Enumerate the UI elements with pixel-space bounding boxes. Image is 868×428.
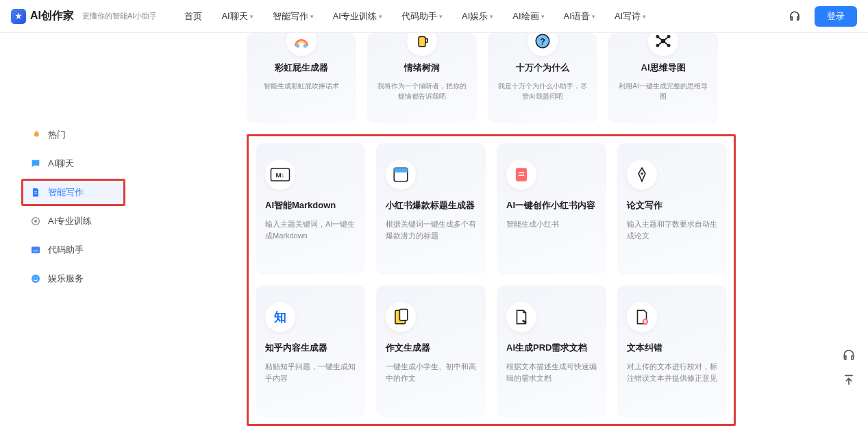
sidebar-item-label: 智能写作: [48, 186, 84, 199]
card-desc: 智能生成小红书: [506, 218, 597, 230]
rainbow-icon: [286, 33, 317, 56]
grid-card-0-3[interactable]: 论文写作输入主题和字数要求自动生成论文: [617, 143, 727, 275]
card-title: AI智能Markdown: [265, 199, 356, 212]
nav-item-5[interactable]: AI娱乐▾: [462, 10, 493, 23]
logo-text: AI创作家: [30, 9, 74, 23]
note-icon: [506, 160, 536, 190]
sidebar-item-5[interactable]: 娱乐服务: [22, 266, 118, 292]
sidebar-item-label: AI专业训练: [48, 215, 92, 227]
card-title: 彩虹屁生成器: [275, 62, 328, 74]
sidebar-item-label: 热门: [48, 129, 66, 141]
nav-item-7[interactable]: AI语音▾: [564, 10, 595, 23]
sidebar: 热门AI聊天智能写作AI专业训练</>代码助手娱乐服务: [0, 33, 151, 428]
nav-item-3[interactable]: AI专业训练▾: [333, 10, 382, 23]
logo[interactable]: AI创作家: [11, 9, 74, 24]
svg-rect-20: [394, 168, 408, 173]
card-title: 作文生成器: [386, 342, 476, 354]
error-icon: [627, 302, 657, 332]
top-card-2[interactable]: ?十万个为什么我是十万个为什么小助手，尽管向我提问吧: [488, 33, 597, 123]
doc-icon: [30, 187, 41, 198]
card-desc: 输入主题和字数要求自动生成论文: [627, 218, 717, 241]
chat-icon: [30, 158, 41, 169]
card-title: 知乎内容生成器: [265, 342, 356, 354]
nav-bar: 首页AI聊天▾智能写作▾AI专业训练▾代码助手▾AI娱乐▾AI绘画▾AI语音▾A…: [184, 10, 789, 23]
svg-text:</>: </>: [33, 249, 39, 253]
svg-text:M↓: M↓: [276, 171, 285, 179]
fire-icon: [30, 129, 41, 140]
headset-icon[interactable]: [789, 10, 801, 23]
grid-card-0-2[interactable]: AI一键创作小红书内容智能生成小红书: [497, 143, 606, 275]
grid-card-1-3[interactable]: 文本纠错对上传的文本进行校对，标注错误文本并提供修正意见: [617, 286, 727, 417]
logo-icon: [11, 9, 26, 24]
svg-point-5: [34, 277, 34, 278]
top-card-3[interactable]: AI思维导图利用AI一键生成完整的思维导图: [608, 33, 718, 123]
code-icon: </>: [30, 244, 41, 255]
card-title: 小红书爆款标题生成器: [386, 199, 476, 212]
card-desc: 利用AI一键生成完整的思维导图: [618, 81, 708, 101]
sidebar-item-1[interactable]: AI聊天: [22, 151, 118, 177]
card-desc: 输入主题关键词，AI一键生成Markdown: [265, 218, 356, 241]
card-title: AI生成PRD需求文档: [506, 342, 597, 354]
svg-point-22: [641, 173, 643, 175]
card-desc: 一键生成小学生、初中和高中的作文: [386, 361, 476, 383]
pen-icon: [627, 160, 657, 190]
smile-icon: [30, 273, 41, 284]
grid-card-1-1[interactable]: 作文生成器一键生成小学生、初中和高中的作文: [376, 286, 486, 417]
sidebar-item-label: 代码助手: [48, 244, 84, 256]
svg-point-7: [296, 44, 299, 47]
nav-item-8[interactable]: AI写诗▾: [615, 10, 646, 23]
essay-icon: [386, 302, 416, 332]
card-desc: 我是十万个为什么小助手，尽管向我提问吧: [497, 81, 588, 101]
mindmap-icon: [648, 33, 678, 56]
app-subtitle: 更懂你的智能AI小助手: [82, 11, 157, 21]
card-desc: 智能生成彩虹屁吹捧话术: [264, 81, 339, 91]
chevron-down-icon: ▾: [490, 13, 493, 20]
back-to-top-icon[interactable]: [842, 373, 856, 387]
nav-item-0[interactable]: 首页: [184, 10, 202, 23]
chevron-down-icon: ▾: [379, 13, 382, 20]
card-title: AI一键创作小红书内容: [506, 199, 597, 212]
sidebar-item-0[interactable]: 热门: [22, 122, 118, 148]
chevron-down-icon: ▾: [541, 13, 545, 20]
chevron-down-icon: ▾: [643, 13, 646, 20]
top-card-0[interactable]: 彩虹屁生成器智能生成彩虹屁吹捧话术: [247, 33, 356, 123]
nav-item-6[interactable]: AI绘画▾: [512, 10, 544, 23]
support-icon[interactable]: [842, 349, 856, 362]
sidebar-item-4[interactable]: </>代码助手: [22, 237, 118, 263]
svg-point-6: [36, 277, 37, 278]
sidebar-item-3[interactable]: AI专业训练: [22, 208, 118, 234]
content-area: 彩虹屁生成器智能生成彩虹屁吹捧话术情绪树洞我将作为一个倾听者，把你的烦恼都告诉我…: [151, 33, 868, 428]
float-buttons: [842, 349, 856, 387]
card-desc: 根据文本描述生成可快速编辑的需求文档: [506, 361, 597, 383]
svg-point-1: [34, 220, 37, 223]
prd-icon: [506, 302, 536, 332]
svg-rect-9: [419, 37, 425, 47]
card-title: 情绪树洞: [404, 62, 440, 74]
sidebar-item-2[interactable]: 智能写作: [22, 179, 125, 205]
cup-icon: [407, 33, 437, 56]
grid-card-0-1[interactable]: 小红书爆款标题生成器根据关键词一键生成多个有爆款潜力的标题: [376, 143, 486, 275]
chevron-down-icon: ▾: [439, 13, 443, 20]
grid-card-1-2[interactable]: AI生成PRD需求文档根据文本描述生成可快速编辑的需求文档: [497, 286, 606, 417]
card-desc: 我将作为一个倾听者，把你的烦恼都告诉我吧: [377, 81, 467, 101]
svg-text:?: ?: [540, 36, 545, 47]
card-title: 文本纠错: [627, 342, 717, 354]
top-card-1[interactable]: 情绪树洞我将作为一个倾听者，把你的烦恼都告诉我吧: [367, 33, 477, 123]
grid-card-0-0[interactable]: M↓AI智能Markdown输入主题关键词，AI一键生成Markdown: [256, 143, 365, 275]
sidebar-item-label: AI聊天: [48, 158, 74, 170]
login-button[interactable]: 登录: [815, 6, 857, 27]
nav-item-4[interactable]: 代码助手▾: [401, 10, 443, 23]
grid-card-1-0[interactable]: 知知乎内容生成器粘贴知乎问题，一键生成知乎内容: [256, 286, 365, 417]
question-icon: ?: [528, 33, 558, 56]
card-title: AI思维导图: [641, 62, 686, 74]
nav-item-2[interactable]: 智能写作▾: [273, 10, 314, 23]
nav-item-1[interactable]: AI聊天▾: [221, 10, 253, 23]
chevron-down-icon: ▾: [310, 13, 314, 20]
header: AI创作家 更懂你的智能AI小助手 首页AI聊天▾智能写作▾AI专业训练▾代码助…: [0, 0, 868, 33]
svg-text:知: 知: [273, 310, 286, 324]
card-desc: 根据关键词一键生成多个有爆款潜力的标题: [386, 218, 476, 241]
chevron-down-icon: ▾: [250, 13, 253, 20]
highlighted-section: M↓AI智能Markdown输入主题关键词，AI一键生成Markdown小红书爆…: [247, 134, 736, 426]
card-title: 十万个为什么: [516, 62, 569, 74]
svg-point-4: [32, 275, 40, 283]
